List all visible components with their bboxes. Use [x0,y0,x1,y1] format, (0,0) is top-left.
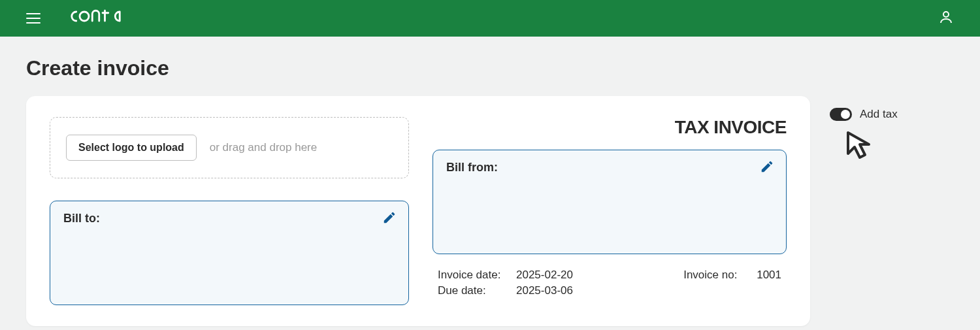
svg-point-1 [943,12,949,17]
menu-icon[interactable] [26,13,41,24]
add-tax-toggle[interactable] [830,108,852,121]
due-date-value: 2025-03-06 [516,284,573,297]
invoice-heading: TAX INVOICE [433,117,787,138]
pencil-icon[interactable] [760,159,774,176]
app-header [0,0,980,37]
bill-to-label: Bill to: [63,212,395,225]
add-tax-label: Add tax [860,108,898,121]
logo-upload-area[interactable]: Select logo to upload or drag and drop h… [50,117,409,178]
invoice-date-row[interactable]: Invoice date: 2025-02-20 [438,269,573,282]
side-controls: Add tax [830,96,898,326]
svg-point-0 [80,12,89,21]
brand-logo[interactable] [67,7,139,30]
select-logo-button[interactable]: Select logo to upload [66,135,197,161]
drag-drop-text: or drag and drop here [210,141,317,154]
invoice-date-label: Invoice date: [438,269,508,282]
user-icon[interactable] [938,9,954,27]
invoice-date-value: 2025-02-20 [516,269,573,282]
bill-from-box[interactable]: Bill from: [433,150,787,254]
due-date-label: Due date: [438,284,508,297]
bill-to-box[interactable]: Bill to: [50,201,409,305]
header-left [26,7,139,30]
main-area: Select logo to upload or drag and drop h… [0,96,980,326]
cursor-arrow-icon [841,127,898,167]
add-tax-row: Add tax [830,108,898,121]
bill-from-label: Bill from: [446,161,773,174]
invoice-card: Select logo to upload or drag and drop h… [26,96,810,326]
invoice-no-row[interactable]: Invoice no: 1001 [683,269,781,282]
pencil-icon[interactable] [382,210,397,227]
invoice-no-value: 1001 [757,269,781,282]
invoice-meta: Invoice date: 2025-02-20 Due date: 2025-… [433,269,787,297]
invoice-no-label: Invoice no: [683,269,749,282]
due-date-row[interactable]: Due date: 2025-03-06 [438,284,573,297]
page-title: Create invoice [26,56,980,80]
